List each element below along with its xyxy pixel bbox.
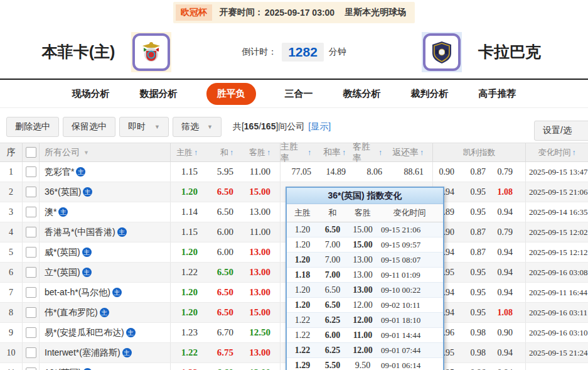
header-home-odds[interactable]: 主胜 ↑ [171,143,207,161]
company-name[interactable]: 易*(安提瓜和巴布达) 主 [40,323,171,342]
home-odds-value: 1.15 [171,222,207,242]
popup-draw-odds: 6.00 [318,330,347,340]
row-checkbox[interactable] [26,327,36,338]
company-name[interactable]: 威*(英国) 主 [40,242,171,262]
row-index: 11 [0,363,23,370]
row-checkbox[interactable] [26,227,36,237]
header-away-label: 客胜 [249,147,265,158]
draw-odds-value: 6.00 [207,242,243,262]
row-checkbox[interactable] [26,207,36,217]
home-odds-value: 1.20 [171,303,207,322]
home-odds-value: 1.14 [171,202,207,222]
settings-button[interactable]: 设置/选 [534,121,588,141]
row-index: 4 [0,222,23,242]
popup-home-odds: 1.20 [287,255,318,265]
header-away-rate[interactable]: 客胜率 ↑ [353,143,389,161]
table-header: 序 所有公司 ▼ 主胜 ↑ 和 ↑ 客胜 ↑ 主胜率 ↑ [0,143,588,162]
filter-dropdown[interactable]: 筛选 ▼ [173,117,222,137]
draw-odds-value: 6.50 [207,263,243,282]
show-link[interactable]: [显示] [308,121,331,133]
company-name[interactable]: 10*(英国) 主 [40,363,171,370]
row-checkbox[interactable] [26,267,36,278]
away-odds-value: 15.00 [243,182,281,202]
select-all-checkbox[interactable] [26,147,36,158]
away-team-name: 卡拉巴克 [478,41,541,62]
row-index: 6 [0,263,23,282]
delete-selected-button[interactable]: 删除选中 [6,117,59,137]
sort-asc-icon: ↑ [378,148,382,157]
analysis-nav: 现场分析 数据分析 胜平负 三合一 教练分析 裁判分析 高手推荐 [0,80,588,108]
kelly-draw-value: 0.95 [464,283,496,302]
row-checkbox[interactable] [26,247,36,258]
company-count-total: 165 [261,121,275,131]
row-checkbox-cell [23,202,40,222]
company-count: 共[165/165]间公司 [233,121,304,133]
company-name[interactable]: 立*(英国) 主 [40,263,171,282]
away-odds-value: 13.00 [243,263,281,282]
odds-comparison-page: 欧冠杯 开赛时间： 2025-09-17 03:00 里斯本光明球场 本菲卡(主… [0,0,588,370]
tab-expert-picks[interactable]: 高手推荐 [478,83,518,105]
popup-home-odds: 1.20 [287,240,318,250]
header-draw-odds[interactable]: 和 ↑ [207,143,243,161]
company-name[interactable]: Interwet*(塞浦路斯) 主 [40,343,171,362]
popup-row: 1.20 7.00 13.00 09-15 08:07 [287,253,443,268]
header-away-odds[interactable]: 客胜 ↑ [243,143,281,161]
instant-dropdown[interactable]: 即时 ▼ [119,117,169,137]
change-time-value: 2025-09-16 03:11 [526,303,588,322]
tab-three-in-one[interactable]: 三合一 [284,83,314,105]
home-odds-value: 1.20 [171,283,207,302]
row-checkbox-cell [23,363,40,370]
popup-away-odds: 13.00 [347,270,378,280]
header-company[interactable]: 所有公司 ▼ [40,143,171,161]
header-draw-rate[interactable]: 和率 ↑ [318,143,353,161]
company-name[interactable]: 香港马*(中国香港) 主 [40,222,171,242]
change-time-value: 2025-09-15 12:12 [526,242,588,262]
company-name[interactable]: 竞彩官* 主 [40,162,171,182]
away-odds-value: 13.00 [243,343,281,362]
popup-home-odds: 1.20 [287,225,318,235]
header-home-label: 主胜 [176,147,193,158]
row-checkbox-cell [23,162,40,182]
row-checkbox[interactable] [26,347,36,358]
company-name-label: 澳* [45,207,56,218]
kelly-draw-value: 0.87 [464,242,496,262]
tab-scene-analysis[interactable]: 现场分析 [71,83,111,105]
home-badge-icon: 主 [117,227,127,237]
row-checkbox[interactable] [26,287,36,298]
header-home-rate[interactable]: 主胜率 ↑ [281,143,318,161]
company-name-label: 立*(英国) [45,267,80,278]
tab-win-draw-lose[interactable]: 胜平负 [206,83,256,105]
popup-change-time: 09-15 21:06 [378,225,441,235]
kelly-away-value: 0.94 [496,263,526,282]
company-name[interactable]: 36*(英国) 主 [40,182,171,202]
row-checkbox[interactable] [26,187,36,197]
row-checkbox[interactable] [26,307,36,318]
tab-referee-analysis[interactable]: 裁判分析 [410,83,450,105]
keep-selected-button[interactable]: 保留选中 [63,117,115,137]
popup-header-time: 变化时间 [378,207,441,219]
company-name[interactable]: bet-at-h*(马尔他) 主 [40,283,171,302]
away-odds-value: 11.00 [243,162,281,182]
company-name[interactable]: 伟*(直布罗陀) 主 [40,303,171,322]
tab-coach-analysis[interactable]: 教练分析 [342,83,382,105]
company-name[interactable]: 澳* 主 [40,202,171,222]
row-checkbox-cell [23,222,40,242]
row-checkbox[interactable] [26,166,36,177]
popup-home-odds: 1.22 [287,315,318,325]
header-change-time[interactable]: 变化时间 ↑ [526,143,588,161]
kelly-draw-value: 0.95 [464,263,496,282]
away-odds-value: 11.00 [243,222,281,242]
header-return-rate[interactable]: 返还率 ↑ [389,143,433,161]
tab-data-analysis[interactable]: 数据分析 [139,83,179,105]
popup-change-time: 09-01 14:44 [378,330,441,340]
row-index: 7 [0,283,23,302]
row-checkbox[interactable] [26,367,36,370]
popup-header-draw: 和 [318,207,347,219]
row-index: 2 [0,182,23,202]
kelly-draw-value: 0.98 [464,343,496,362]
company-name-label: 10*(英国) [45,367,81,370]
popup-away-odds: 12.00 [347,315,378,325]
row-checkbox-cell [23,303,40,322]
header-checkbox-cell [23,143,40,161]
home-odds-value: 1.20 [171,242,207,262]
